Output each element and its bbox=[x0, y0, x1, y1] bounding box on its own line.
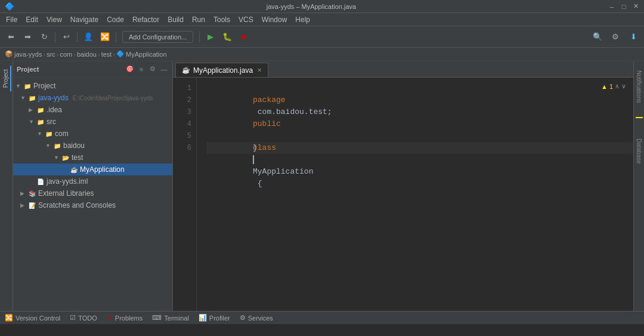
code-brace-open: { bbox=[253, 179, 262, 188]
tab-bar: ☕ MyApplication.java ✕ ⋮ bbox=[173, 61, 644, 78]
tree-external-libraries[interactable]: ▶ 📚 External Libraries bbox=[13, 187, 172, 199]
close-button[interactable]: ✕ bbox=[632, 3, 639, 10]
menu-refactor[interactable]: Refactor bbox=[129, 14, 163, 25]
toolbar-back-button[interactable]: ⬅ bbox=[4, 30, 18, 44]
stop-button[interactable]: ■ bbox=[237, 30, 251, 44]
tree-iml-label: java-yyds.iml bbox=[47, 177, 88, 186]
tree-iml[interactable]: 📄 java-yyds.iml bbox=[13, 175, 172, 187]
menu-tools[interactable]: Tools bbox=[210, 14, 234, 25]
menu-view[interactable]: View bbox=[43, 14, 66, 25]
menu-code[interactable]: Code bbox=[103, 14, 128, 25]
minimize-button[interactable]: – bbox=[608, 3, 615, 10]
tree-scratches[interactable]: ▶ 📝 Scratches and Consoles bbox=[13, 199, 172, 211]
breadcrumb-sep-3: › bbox=[73, 51, 76, 58]
breadcrumb-src[interactable]: src bbox=[47, 51, 55, 58]
maximize-button[interactable]: □ bbox=[620, 3, 627, 10]
terminal-label: Terminal bbox=[164, 315, 189, 322]
tab-myapplication[interactable]: ☕ MyApplication.java ✕ bbox=[175, 63, 268, 77]
scratches-icon: 📝 bbox=[28, 201, 36, 209]
project-panel-tab[interactable]: Project bbox=[1, 66, 11, 91]
line-num-2: 2 bbox=[173, 94, 191, 106]
breadcrumb-test[interactable]: test bbox=[101, 51, 112, 58]
toolbar-vcs-button[interactable]: 🔀 bbox=[98, 30, 112, 44]
run-button[interactable]: ▶ bbox=[203, 30, 218, 44]
menu-window[interactable]: Window bbox=[258, 14, 291, 25]
breadcrumb-com[interactable]: com bbox=[60, 51, 72, 58]
settings-button[interactable]: ⚙ bbox=[608, 30, 623, 44]
tree-java-yyds[interactable]: ▼ 📁 java-yyds E:\Code\IdeaProject\java-y… bbox=[13, 92, 172, 104]
tree-myapplication[interactable]: ☕ MyApplication bbox=[13, 164, 172, 175]
status-services[interactable]: ⚙ Services bbox=[240, 314, 273, 322]
project-tree: ▼ 📁 Project ▼ 📁 java-yyds E:\Code\IdeaPr… bbox=[13, 78, 172, 311]
breadcrumb-sep-4: › bbox=[98, 51, 100, 58]
breadcrumb-module[interactable]: 📦 bbox=[5, 50, 13, 58]
menu-bar: File Edit View Navigate Code Refactor Bu… bbox=[0, 13, 644, 26]
warning-count: 1 bbox=[609, 83, 613, 90]
line-num-6: 6 bbox=[173, 142, 191, 154]
tab-close-button[interactable]: ✕ bbox=[257, 67, 262, 73]
todo-label: TODO bbox=[78, 315, 97, 322]
tree-src[interactable]: ▼ 📁 src bbox=[13, 116, 172, 128]
menu-run[interactable]: Run bbox=[188, 14, 209, 25]
status-profiler[interactable]: 📊 Profiler bbox=[199, 314, 230, 322]
breadcrumb-java-yyds[interactable]: java-yyds bbox=[14, 51, 42, 58]
breadcrumb-sep-1: › bbox=[43, 51, 45, 58]
database-tab[interactable]: Database bbox=[634, 136, 643, 167]
locate-file-button[interactable]: 🎯 bbox=[125, 64, 135, 74]
menu-edit[interactable]: Edit bbox=[22, 14, 42, 25]
arrow-com: ▼ bbox=[37, 131, 43, 137]
tree-idea[interactable]: ▶ 📁 .idea bbox=[13, 104, 172, 116]
keyword-package: package bbox=[253, 95, 286, 104]
toolbar-profile-button[interactable]: 👤 bbox=[81, 30, 95, 44]
menu-navigate[interactable]: Navigate bbox=[67, 14, 102, 25]
add-configuration-button[interactable]: Add Configuration... bbox=[122, 31, 193, 43]
menu-build[interactable]: Build bbox=[164, 14, 187, 25]
problems-label: Problems bbox=[115, 315, 143, 322]
breadcrumb-myapplication-label[interactable]: MyApplication bbox=[126, 51, 166, 58]
panel-settings-button[interactable]: ⚙ bbox=[148, 64, 157, 74]
menu-file[interactable]: File bbox=[2, 14, 21, 25]
toolbar-refresh-button[interactable]: ↻ bbox=[37, 30, 51, 44]
breadcrumb-myapplication: 🔷 bbox=[116, 50, 125, 58]
tree-com[interactable]: ▼ 📁 com bbox=[13, 128, 172, 140]
editor-area: ☕ MyApplication.java ✕ ⋮ 1 2 3 4 5 6 pac… bbox=[173, 61, 644, 311]
toolbar-forward-button[interactable]: ➡ bbox=[20, 30, 35, 44]
tree-baidou[interactable]: ▼ 📁 baidou bbox=[13, 140, 172, 152]
panel-close-button[interactable]: — bbox=[159, 64, 169, 74]
warning-icon: ▲ bbox=[601, 83, 608, 90]
tree-test[interactable]: ▼ 📂 test bbox=[13, 152, 172, 164]
tab-label: MyApplication.java bbox=[193, 66, 253, 75]
warning-indicator[interactable]: ▲ 1 ∧ ∨ bbox=[601, 82, 626, 90]
panel-header: Project 🎯 ≡ ⚙ — bbox=[13, 61, 172, 78]
update-button[interactable]: ⬇ bbox=[626, 30, 640, 44]
toolbar-undo-button[interactable]: ↩ bbox=[59, 30, 73, 44]
collapse-all-button[interactable]: ≡ bbox=[137, 64, 146, 74]
tree-project-label: Project bbox=[33, 82, 55, 90]
notifications-tab[interactable]: Notifications bbox=[634, 68, 643, 105]
services-label: Services bbox=[248, 315, 273, 322]
arrow-idea: ▶ bbox=[29, 107, 35, 113]
debug-button[interactable]: 🐛 bbox=[220, 30, 234, 44]
main-area: Project Project 🎯 ≡ ⚙ — ▼ 📁 Project ▼ 📁 bbox=[0, 61, 644, 311]
tree-scratches-label: Scratches and Consoles bbox=[38, 201, 116, 209]
code-editor[interactable]: package com.baidou.test; public class My… bbox=[197, 78, 636, 311]
arrow-java-yyds: ▼ bbox=[20, 95, 26, 101]
search-everywhere-button[interactable]: 🔍 bbox=[590, 30, 605, 44]
notification-indicator bbox=[636, 117, 643, 118]
app-icon: 🔷 bbox=[5, 2, 14, 11]
services-icon: ⚙ bbox=[240, 314, 246, 322]
toolbar-sep-2 bbox=[77, 32, 78, 42]
menu-help[interactable]: Help bbox=[292, 14, 314, 25]
breadcrumb-baidou[interactable]: baidou bbox=[77, 51, 97, 58]
status-problems[interactable]: ⚠ Problems bbox=[107, 314, 143, 322]
status-todo[interactable]: ☑ TODO bbox=[70, 314, 97, 322]
tree-external-libraries-label: External Libraries bbox=[38, 189, 94, 198]
status-terminal[interactable]: ⌨ Terminal bbox=[152, 314, 189, 322]
toolbar-sep-4 bbox=[199, 32, 200, 42]
ext-lib-icon: 📚 bbox=[28, 189, 36, 198]
version-control-icon: 🔀 bbox=[5, 314, 13, 322]
tree-project-root[interactable]: ▼ 📁 Project bbox=[13, 80, 172, 92]
menu-vcs[interactable]: VCS bbox=[235, 14, 257, 25]
status-version-control[interactable]: 🔀 Version Control bbox=[5, 314, 60, 322]
profiler-icon: 📊 bbox=[199, 314, 207, 322]
